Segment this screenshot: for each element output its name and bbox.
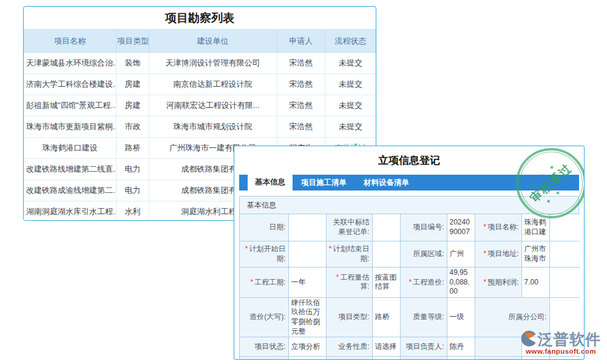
- section-title: 基本信息: [240, 197, 578, 214]
- vendor-logo: 泛普软件 www.fanpusoft.com: [521, 329, 601, 355]
- status-cell: 未提交: [325, 95, 376, 116]
- project-name-link[interactable]: 湖南洞庭湖水库引水工程...: [24, 201, 117, 221]
- spacer-cell: [549, 241, 580, 268]
- project-name-field[interactable]: 珠海鹤港口建: [521, 214, 549, 241]
- required-mark: *: [336, 273, 339, 281]
- column-header-project-name: 项目名称: [24, 30, 117, 53]
- business-nature-label: 业务性质:: [326, 337, 372, 357]
- project-type-label: 项目类型:: [326, 297, 372, 337]
- applicant-cell: 宋浩然: [277, 53, 325, 74]
- project-cost-label: *工程造价:: [400, 268, 447, 298]
- related-bid-result-field[interactable]: [372, 214, 400, 241]
- required-mark: *: [409, 278, 412, 286]
- tab-material-equipment-list[interactable]: 材料设备清单: [355, 175, 418, 190]
- table-row: 济南大学工科综合楼建设... 房建 南京信达新工程设计院 宋浩然 未提交: [24, 74, 376, 95]
- project-type-cell: 房建: [117, 95, 149, 116]
- required-mark: *: [483, 278, 486, 286]
- tab-basic-info[interactable]: 基本信息: [248, 174, 293, 190]
- quantity-estimate-label: *工程量估算:: [326, 268, 372, 298]
- construction-unit-cell: 河南联宏达工程设计有限...: [149, 95, 277, 116]
- plan-start-date-label: *计划开始日期:: [240, 241, 288, 268]
- project-name-label: *项目名称:: [475, 214, 521, 241]
- survey-header-row: 项目名称 项目类型 建设单位 申请人 流程状态: [24, 30, 376, 53]
- empty-field: [521, 357, 549, 360]
- plan-start-date-field[interactable]: [288, 241, 326, 268]
- project-name-link[interactable]: 改建铁路线增建第二线直...: [24, 159, 117, 180]
- empty-label: [326, 357, 372, 360]
- project-name-link[interactable]: 济南大学工科综合楼建设...: [24, 74, 117, 95]
- project-manager-field[interactable]: 陈丹: [447, 337, 475, 357]
- tab-bar: 基本信息 项目施工清单 材料设备清单: [239, 175, 579, 190]
- project-name-link[interactable]: 珠海鹤港口建设: [24, 138, 117, 159]
- tab-construction-list[interactable]: 项目施工清单: [293, 175, 355, 190]
- empty-label: [475, 337, 521, 357]
- spacer-cell: [549, 214, 580, 241]
- empty-field: [288, 357, 326, 360]
- required-mark: *: [483, 223, 486, 231]
- project-name-link[interactable]: 改建铁路成渝线增建第二...: [24, 180, 117, 201]
- project-status-label: 项目状态:: [240, 337, 288, 357]
- project-type-cell: 电力: [117, 159, 149, 180]
- quality-grade-field[interactable]: 一级: [447, 297, 475, 337]
- project-name-link[interactable]: 天津蒙城县水环境综合治...: [24, 53, 117, 74]
- project-address-field[interactable]: 广州市珠海市: [521, 241, 549, 268]
- registration-window: 立项信息登记 基本信息 项目施工清单 材料设备清单 基本信息 日期: 关联中标结…: [234, 146, 585, 360]
- project-type-cell: 房建: [117, 74, 149, 95]
- construction-unit-cell: 珠海市城市规划设计院: [149, 116, 277, 138]
- project-address-label: *项目地址:: [475, 241, 521, 268]
- business-nature-field[interactable]: 请选择: [372, 337, 400, 357]
- region-field[interactable]: 广州: [447, 241, 475, 268]
- spacer-cell: [549, 357, 580, 360]
- status-cell: 未提交: [325, 53, 376, 74]
- empty-label: [475, 357, 521, 360]
- project-type-cell: 电力: [117, 180, 149, 201]
- cost-in-words-label: 造价(大写):: [240, 297, 288, 337]
- registration-window-title: 立项信息登记: [234, 153, 584, 168]
- fanpu-logo-icon: [521, 331, 537, 349]
- project-name-link[interactable]: 珠海市城市更新项目紫桐...: [24, 116, 117, 138]
- project-manager-label: 项目负责人:: [400, 337, 447, 357]
- empty-field: [372, 357, 400, 360]
- column-header-project-type: 项目类型: [117, 30, 149, 53]
- column-header-flow-status: 流程状态: [325, 30, 376, 53]
- project-name-link[interactable]: 彭祖新城"四馆"景观工程...: [24, 95, 117, 116]
- plan-end-date-field[interactable]: [372, 241, 400, 268]
- column-header-applicant: 申请人: [277, 30, 325, 53]
- empty-label: [400, 357, 447, 360]
- project-type-cell: 路桥: [117, 138, 149, 159]
- cost-in-words-field[interactable]: 肆仟玖佰玖拾伍万零捌拾捌元整: [288, 297, 326, 337]
- project-code-field[interactable]: 2024090007: [447, 214, 475, 241]
- project-cost-field[interactable]: 49,950,088.00: [447, 268, 475, 298]
- project-status-field[interactable]: 立项分析: [288, 337, 326, 357]
- form-row: *工程工期: 一年 *工程量估算: 按蓝图结算 *工程造价: 49,950,08…: [240, 268, 580, 298]
- applicant-cell: 宋浩然: [277, 74, 325, 95]
- duration-field[interactable]: 一年: [288, 268, 326, 298]
- project-type-cell: 装饰: [117, 53, 149, 74]
- required-mark: *: [483, 249, 486, 258]
- duration-label: *工程工期:: [240, 268, 288, 298]
- spacer-cell: [549, 268, 580, 298]
- table-row: 珠海市城市更新项目紫桐... 市政 珠海市城市规划设计院 宋浩然 未提交: [24, 116, 376, 138]
- expected-profit-field[interactable]: 7.00: [521, 268, 549, 298]
- applicant-cell: 宋浩然: [277, 95, 325, 116]
- project-type-field[interactable]: 路桥: [372, 297, 400, 337]
- required-mark: *: [329, 244, 332, 253]
- construction-unit-cell: 天津博润设计管理有限公司: [149, 53, 277, 74]
- quality-grade-label: 质量等级:: [400, 297, 447, 337]
- empty-field: [447, 357, 475, 360]
- form-row: 日期: 关联中标结果登记单: 项目编号: 2024090007 *项目名称: 珠…: [240, 214, 580, 241]
- related-bid-result-label: 关联中标结果登记单:: [326, 214, 372, 241]
- table-row: 天津蒙城县水环境综合治... 装饰 天津博润设计管理有限公司 宋浩然 未提交: [24, 53, 376, 74]
- column-header-construction-unit: 建设单位: [149, 30, 277, 53]
- project-type-cell: 水利: [117, 201, 149, 221]
- date-field[interactable]: [288, 214, 326, 241]
- quantity-estimate-field[interactable]: 按蓝图结算: [372, 268, 400, 298]
- status-cell: 未提交: [325, 74, 376, 95]
- applicant-cell: 宋浩然: [277, 116, 325, 138]
- vendor-logo-url: www.fanpusoft.com: [521, 348, 601, 355]
- expected-profit-label: *预期利润:: [475, 268, 521, 298]
- form-row: *计划开始日期: *计划结束日期: 所属区域: 广州 *项目地址: 广州市珠海市: [240, 241, 580, 268]
- construction-unit-cell: 南京信达新工程设计院: [149, 74, 277, 95]
- region-label: 所属区域:: [400, 241, 447, 268]
- project-type-cell: 市政: [117, 116, 149, 138]
